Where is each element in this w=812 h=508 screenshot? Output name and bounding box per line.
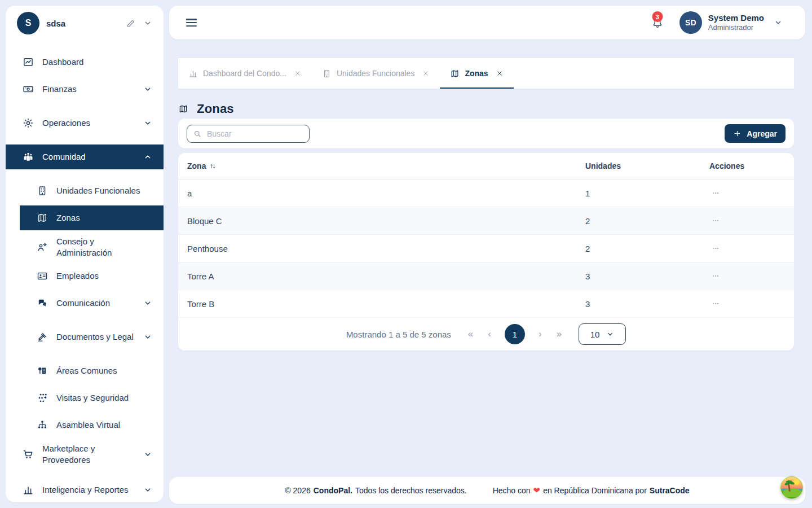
sidebar-item-finanzas[interactable]: Finanzas	[6, 77, 164, 102]
banknote-icon	[23, 84, 34, 95]
chart-line-icon	[23, 56, 34, 68]
column-header-zona[interactable]: Zona	[187, 161, 206, 170]
unidades-cell: 2	[585, 244, 709, 253]
map-icon	[178, 104, 188, 114]
table-row: a 1	[178, 179, 794, 207]
chevron-down-icon	[143, 119, 152, 128]
sidebar-item-label: Áreas Comunes	[56, 365, 117, 376]
chevron-up-icon	[143, 152, 152, 161]
top-header: 3 SD System Demo Administrador	[169, 6, 805, 40]
tab-zonas[interactable]: Zonas	[440, 58, 513, 89]
tropical-island-badge[interactable]	[780, 476, 803, 499]
page-size-select[interactable]: 10	[579, 323, 626, 345]
notification-badge: 3	[652, 11, 663, 22]
sort-icon[interactable]	[209, 162, 217, 170]
sidebar-item-label: Consejo y Administración	[56, 236, 147, 258]
sidebar-item-label: Empleados	[56, 270, 99, 282]
zona-cell: Bloque C	[178, 216, 585, 226]
row-actions-button[interactable]	[709, 217, 722, 225]
unidades-cell: 1	[585, 189, 709, 198]
person-gear-icon	[37, 242, 48, 253]
sidebar-item-inteligencia-reportes[interactable]: Inteligencia y Reportes	[6, 478, 164, 502]
bar-chart-icon	[23, 484, 34, 496]
tab-label: Unidades Funcionales	[337, 69, 415, 78]
footer-brand: CondoPal.	[314, 486, 352, 495]
sidebar-item-label: Comunidad	[42, 151, 86, 163]
sidebar-item-empleados[interactable]: Empleados	[20, 264, 164, 288]
toolbar: Agregar	[178, 119, 794, 148]
map-icon	[37, 212, 48, 224]
sidebar-item-label: Documentos y Legal	[56, 331, 134, 343]
workspace-chevron-down-icon[interactable]	[143, 19, 152, 28]
current-page-button[interactable]: 1	[505, 324, 525, 344]
search-input[interactable]	[207, 129, 303, 138]
unidades-cell: 3	[585, 271, 709, 281]
sidebar-item-comunidad[interactable]: Comunidad	[6, 144, 164, 169]
sidebar-item-marketplace-proveedores[interactable]: Marketplace y Proveedores	[6, 440, 164, 468]
tab-label: Zonas	[465, 69, 488, 78]
sidebar-item-visitas-seguridad[interactable]: Visitas y Seguridad	[20, 386, 164, 410]
sidebar-item-unidades-funcionales[interactable]: Unidades Funcionales	[20, 178, 164, 203]
edit-pencil-icon[interactable]	[126, 19, 135, 28]
zones-table: Zona Unidades Acciones a 1 Bloque C 2 Pe…	[178, 153, 794, 351]
footer-made-prefix: Hecho con	[493, 486, 531, 495]
row-actions-button[interactable]	[709, 244, 722, 252]
tab-unidades-funcionales[interactable]: Unidades Funcionales	[312, 58, 440, 89]
footer-copyright: © 2026 CondoPal. Todos los derechos rese…	[285, 486, 466, 495]
chevron-down-icon	[143, 450, 152, 459]
close-icon[interactable]	[422, 69, 430, 77]
heart-icon: ❤	[533, 485, 541, 496]
sidebar-item-label: Marketplace y Proveedores	[42, 443, 133, 465]
zona-cell: a	[178, 189, 585, 198]
sidebar-item-zonas[interactable]: Zonas	[20, 205, 164, 230]
table-row: Penthouse 2	[178, 235, 794, 262]
row-actions-button[interactable]	[709, 300, 722, 308]
palm-tree-icon	[788, 484, 790, 492]
user-name: System Demo	[708, 13, 764, 23]
sidebar-item-documentos-legal[interactable]: Documentos y Legal	[20, 325, 164, 349]
sidebar-item-operaciones[interactable]: Operaciones	[6, 111, 164, 135]
search-box	[187, 125, 310, 143]
add-button[interactable]: Agregar	[725, 124, 785, 143]
chevron-down-icon	[143, 332, 152, 341]
row-actions-button[interactable]	[709, 272, 722, 280]
next-page-button[interactable]: ›	[537, 329, 543, 340]
chevron-down-icon	[606, 330, 614, 338]
row-actions-button[interactable]	[709, 189, 722, 197]
notifications-button[interactable]: 3	[651, 16, 664, 29]
page-title: Zonas	[197, 102, 234, 116]
previous-page-button[interactable]: ‹	[487, 329, 492, 340]
footer-copyright-prefix: © 2026	[285, 486, 310, 495]
sidebar-item-asamblea-virtual[interactable]: Asamblea Virtual	[20, 413, 164, 437]
sitemap-icon	[37, 419, 48, 431]
sidebar-item-consejo-administracion[interactable]: Consejo y Administración	[20, 233, 164, 261]
footer-rights: Todos los derechos reservados.	[355, 486, 467, 495]
user-menu[interactable]: SD System Demo Administrador	[679, 11, 783, 34]
map-icon	[450, 69, 460, 78]
gear-icon	[23, 117, 34, 129]
last-page-button[interactable]: »	[555, 329, 563, 340]
sidebar-item-label: Asamblea Virtual	[56, 419, 120, 431]
close-icon[interactable]	[496, 69, 504, 77]
first-page-button[interactable]: «	[467, 329, 474, 340]
column-header-unidades: Unidades	[585, 161, 709, 170]
dashboard-icon	[188, 69, 198, 78]
sidebar-item-areas-comunes[interactable]: Áreas Comunes	[20, 358, 164, 383]
sidebar-item-dashboard[interactable]: Dashboard	[6, 50, 164, 75]
sidebar-item-label: Zonas	[56, 212, 80, 224]
chevron-down-icon	[774, 18, 783, 27]
unidades-cell: 3	[585, 299, 709, 309]
close-icon[interactable]	[294, 69, 302, 77]
people-group-icon	[23, 151, 34, 163]
hamburger-menu-icon[interactable]	[186, 19, 197, 27]
sidebar-item-label: Dashboard	[42, 56, 83, 68]
pagination: Mostrando 1 a 5 de 5 zonas « ‹ 1 › » 10	[178, 318, 794, 351]
building-icon	[37, 185, 48, 196]
user-role: Administrador	[708, 23, 764, 32]
main-content: Dashboard del Condo... Unidades Funciona…	[178, 58, 794, 89]
unidades-cell: 2	[585, 216, 709, 226]
sidebar-item-comunicacion[interactable]: Comunicación	[20, 291, 164, 316]
tab-dashboard-del-condominio[interactable]: Dashboard del Condo...	[178, 58, 312, 89]
footer-made-middle: en República Dominicana por	[543, 486, 647, 495]
sidebar-item-label: Visitas y Seguridad	[56, 392, 129, 404]
